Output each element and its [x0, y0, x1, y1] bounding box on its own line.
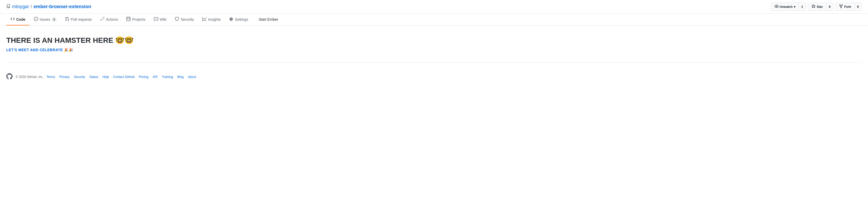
pr-icon — [65, 17, 69, 22]
footer-copyright: © 2020 GitHub, Inc. — [16, 75, 43, 79]
top-bar: mtoygar / ember-browser-extension Unwatc… — [0, 0, 868, 14]
repo-owner[interactable]: mtoygar — [12, 4, 29, 9]
tab-code-label: Code — [16, 17, 25, 22]
star-button-group: Star 0 — [808, 3, 833, 11]
github-logo — [6, 73, 12, 80]
wiki-icon — [154, 17, 158, 22]
projects-icon — [126, 17, 130, 22]
footer-link-blog[interactable]: Blog — [178, 75, 184, 79]
graph-icon — [202, 17, 207, 22]
repo-icon — [6, 4, 10, 9]
start-ember[interactable]: Start Ember — [254, 14, 282, 25]
watch-button[interactable]: Unwatch ▾ — [771, 3, 799, 11]
issues-badge: 1 — [52, 17, 56, 22]
footer-link-about[interactable]: About — [188, 75, 196, 79]
footer-link-contact[interactable]: Contact GitHub — [113, 75, 135, 79]
footer-link-pricing[interactable]: Pricing — [139, 75, 149, 79]
watch-count[interactable]: 1 — [799, 3, 806, 11]
tab-code[interactable]: Code — [6, 14, 30, 25]
footer-link-status[interactable]: Status — [89, 75, 98, 79]
footer-link-terms[interactable]: Terms — [46, 75, 55, 79]
star-button[interactable]: Star — [808, 3, 826, 11]
tab-settings[interactable]: Settings — [225, 14, 252, 25]
watch-button-group: Unwatch ▾ 1 — [771, 3, 806, 11]
eye-icon — [774, 4, 779, 9]
actions-icon — [100, 17, 104, 22]
fork-button[interactable]: Fork — [836, 3, 854, 11]
tab-issues[interactable]: Issues 1 — [30, 14, 61, 25]
tab-projects[interactable]: Projects — [122, 14, 150, 25]
fork-label: Fork — [844, 5, 851, 9]
footer-link-api[interactable]: API — [153, 75, 157, 79]
code-icon — [10, 17, 15, 22]
footer-link-security[interactable]: Security — [74, 75, 85, 79]
fork-button-group: Fork 0 — [836, 3, 862, 11]
tab-security[interactable]: Security — [170, 14, 198, 25]
tab-actions[interactable]: Actions — [96, 14, 122, 25]
repo-title: mtoygar / ember-browser-extension — [6, 4, 91, 9]
star-label: Star — [817, 5, 823, 9]
tab-settings-label: Settings — [235, 17, 248, 22]
star-count[interactable]: 0 — [826, 3, 834, 11]
tab-wiki-label: Wiki — [160, 17, 166, 22]
nav-tabs: Code Issues 1 Pull requests Actions — [0, 14, 868, 25]
gear-icon — [229, 17, 233, 22]
footer-links: Terms Privacy Security Status Help Conta… — [46, 75, 196, 79]
chevron-down-icon: ▾ — [794, 5, 796, 9]
tab-security-label: Security — [181, 17, 194, 22]
tab-insights-label: Insights — [208, 17, 221, 22]
readme-heading: THERE IS AN HAMSTER HERE 🤓🤓 — [6, 36, 308, 45]
repo-name[interactable]: ember-browser-extension — [34, 4, 91, 9]
tab-actions-label: Actions — [106, 17, 118, 22]
fork-icon — [839, 4, 843, 9]
footer: © 2020 GitHub, Inc. Terms Privacy Securi… — [0, 63, 868, 91]
tab-wiki[interactable]: Wiki — [150, 14, 170, 25]
star-icon — [811, 4, 815, 9]
shield-icon — [175, 17, 179, 22]
action-buttons: Unwatch ▾ 1 Star 0 — [771, 3, 862, 11]
tab-issues-label: Issues — [39, 17, 50, 22]
main-content: THERE IS AN HAMSTER HERE 🤓🤓 LET'S MEET A… — [0, 25, 314, 62]
repo-separator: / — [31, 4, 32, 9]
tab-projects-label: Projects — [132, 17, 146, 22]
footer-link-training[interactable]: Training — [162, 75, 173, 79]
watch-label: Unwatch — [780, 5, 793, 9]
tab-insights[interactable]: Insights — [198, 14, 225, 25]
tab-pull-requests[interactable]: Pull requests — [61, 14, 96, 25]
footer-link-help[interactable]: Help — [102, 75, 109, 79]
issues-icon — [34, 17, 38, 22]
fork-count[interactable]: 0 — [854, 3, 862, 11]
footer-link-privacy[interactable]: Privacy — [59, 75, 69, 79]
tab-pr-label: Pull requests — [71, 17, 92, 22]
readme-subtext: LET'S MEET AND CELEBRATE 🎉🎉 — [6, 48, 308, 52]
